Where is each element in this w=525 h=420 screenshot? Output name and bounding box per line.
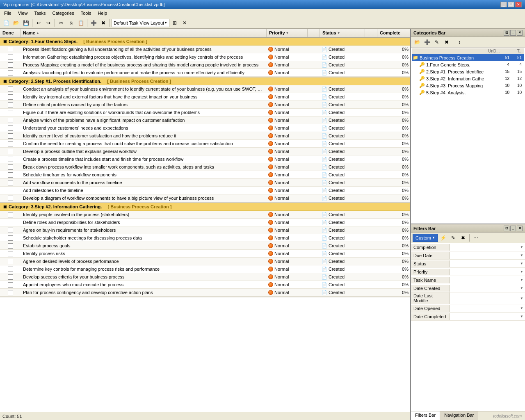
filter-close-btn[interactable]: ✕	[517, 226, 523, 231]
task-row[interactable]: Confirm the need for creating a process …	[0, 140, 410, 148]
copy-btn[interactable]: ⎘	[66, 18, 75, 27]
task-checkbox[interactable]	[8, 110, 13, 115]
task-row[interactable]: Agree on buy-in requirements for stakeho…	[0, 226, 410, 234]
task-checkbox[interactable]	[8, 149, 13, 154]
task-checkbox[interactable]	[8, 133, 13, 139]
category-row[interactable]: ▣ Category: 2.Step #1. Process Identific…	[0, 78, 410, 85]
category-row[interactable]: ▣ Category: 1.Four Generic Steps. [ Busi…	[0, 38, 410, 46]
filter-value-cell[interactable]: ▼	[450, 306, 525, 311]
undo-btn[interactable]: ↩	[34, 18, 43, 27]
tree-item[interactable]: 🔑 5.Step #4. Analysis. 10 10	[412, 89, 524, 96]
filter-value-cell[interactable]: ▼	[450, 314, 525, 319]
task-checkbox[interactable]	[8, 251, 13, 256]
filter-more-btn[interactable]: ⋯	[471, 233, 480, 242]
tree-item[interactable]: 🔑 2.Step #1. Process Identifice 15 15	[412, 68, 524, 75]
task-checkbox[interactable]	[8, 290, 13, 295]
task-checkbox[interactable]	[8, 212, 13, 217]
task-checkbox[interactable]	[8, 220, 13, 225]
filter-dropdown-arrow[interactable]: ▼	[520, 315, 523, 318]
col-status[interactable]: Status ▼	[320, 29, 365, 37]
panel-restore-btn[interactable]: ⊡	[504, 30, 509, 36]
filter-dropdown-arrow[interactable]: ▼	[520, 245, 523, 249]
task-row[interactable]: Schedule stakeholder meetings for discus…	[0, 234, 410, 242]
tree-item[interactable]: 🔑 3.Step #2. Information Gathe 12 12	[412, 75, 524, 82]
menu-tasks[interactable]: Tasks	[32, 10, 48, 16]
task-checkbox[interactable]	[8, 282, 13, 288]
filter-delete-btn[interactable]: ✖	[459, 233, 468, 242]
task-row[interactable]: Define roles and responsibilities for st…	[0, 219, 410, 226]
task-row[interactable]: Develop success criteria for your busine…	[0, 273, 410, 281]
filter-dropdown-arrow[interactable]: ▼	[520, 278, 523, 282]
task-row[interactable]: Appoint employees who must execute the p…	[0, 281, 410, 289]
filter-value-cell[interactable]: ▼	[450, 269, 525, 274]
task-checkbox[interactable]	[8, 180, 13, 185]
filter-value-cell[interactable]: ▼	[450, 261, 525, 266]
filter-apply-btn[interactable]: ⚡	[439, 233, 448, 242]
layout-btn1[interactable]: ⊞	[170, 18, 179, 27]
task-checkbox[interactable]	[8, 164, 13, 170]
filter-dropdown-arrow[interactable]: ▼	[520, 297, 523, 300]
task-row[interactable]: Analysis: launching pilot test to evalua…	[0, 69, 410, 77]
task-row[interactable]: Schedule timeframes for workflow compone…	[0, 171, 410, 179]
paste-btn[interactable]: 📋	[76, 18, 85, 27]
filter-dropdown-arrow[interactable]: ▼	[520, 253, 523, 257]
task-checkbox[interactable]	[8, 228, 13, 233]
filter-value-cell[interactable]: ▼	[450, 277, 525, 283]
task-checkbox[interactable]	[8, 172, 13, 178]
save-btn[interactable]: 💾	[21, 18, 30, 27]
task-row[interactable]: Develop a diagram of workflow components…	[0, 194, 410, 202]
delete-btn[interactable]: ✖	[99, 18, 108, 27]
task-checkbox[interactable]	[8, 243, 13, 249]
task-row[interactable]: Analyze which of the problems have a sig…	[0, 116, 410, 124]
cut-btn[interactable]: ✂	[57, 18, 66, 27]
minimize-button[interactable]: _	[500, 2, 507, 7]
filter-value-cell[interactable]: ▼	[450, 285, 525, 291]
menu-help[interactable]: Help	[95, 10, 110, 16]
task-row[interactable]: Process Identification: gaining a full u…	[0, 46, 410, 53]
close-button[interactable]: ✕	[515, 2, 522, 7]
tree-item[interactable]: 🔑 4.Step #3. Process Mapping 10 10	[412, 82, 524, 89]
task-row[interactable]: Develop a process outline that explains …	[0, 148, 410, 155]
task-checkbox[interactable]	[8, 188, 13, 193]
cat-edit-btn[interactable]: ✎	[432, 38, 441, 47]
filter-value-cell[interactable]: ▼	[450, 296, 525, 301]
tree-item[interactable]: 📁 Business Process Creation 51 51	[412, 54, 524, 61]
cat-add-btn[interactable]: ➕	[422, 38, 431, 47]
task-row[interactable]: Figure out if there are existing solutio…	[0, 109, 410, 116]
filter-restore-btn[interactable]: ⊡	[504, 226, 509, 231]
filter-value-cell[interactable]: ▼	[450, 253, 525, 258]
task-row[interactable]: Establish process goals Normal 📄 Created…	[0, 242, 410, 250]
task-row[interactable]: Identify key internal and external facto…	[0, 93, 410, 101]
cat-expand-btn[interactable]: 📂	[413, 38, 422, 47]
task-row[interactable]: Identify people involved in the process …	[0, 211, 410, 219]
task-checkbox[interactable]	[8, 94, 13, 100]
task-row[interactable]: Identify current level of customer satis…	[0, 132, 410, 140]
task-checkbox[interactable]	[8, 235, 13, 241]
task-checkbox[interactable]	[8, 126, 13, 131]
task-row[interactable]: Understand your customers' needs and exp…	[0, 124, 410, 132]
restore-button[interactable]: ❐	[508, 2, 514, 7]
category-row[interactable]: ▣ Category: 3.Step #2. Information Gathe…	[0, 203, 410, 211]
task-row[interactable]: Create a process timeline that includes …	[0, 155, 410, 163]
task-row[interactable]: Information Gathering: establishing proc…	[0, 53, 410, 61]
menu-tools[interactable]: Tools	[78, 10, 94, 16]
cat-delete-btn[interactable]: ✖	[442, 38, 451, 47]
task-row[interactable]: Break down process workflow into smaller…	[0, 163, 410, 171]
panel-minimize-btn[interactable]: _	[510, 30, 516, 36]
layout-dropdown[interactable]: Default Task View Layout ▼	[112, 19, 169, 27]
task-row[interactable]: Plan for process contingency and develop…	[0, 289, 410, 297]
task-row[interactable]: Conduct an analysis of your business env…	[0, 85, 410, 93]
menu-file[interactable]: File	[2, 10, 14, 16]
task-checkbox[interactable]	[8, 196, 13, 201]
col-priority[interactable]: Priority ▼	[267, 29, 308, 37]
task-checkbox[interactable]	[8, 102, 13, 107]
filter-dropdown-arrow[interactable]: ▼	[520, 262, 523, 265]
task-checkbox[interactable]	[8, 267, 13, 272]
col-name[interactable]: Name ▲	[21, 29, 267, 37]
filter-minimize-btn[interactable]: _	[510, 226, 516, 231]
filter-dropdown-arrow[interactable]: ▼	[520, 306, 523, 310]
filter-dropdown-arrow[interactable]: ▼	[520, 270, 523, 274]
task-row[interactable]: Determine key controls for managing proc…	[0, 265, 410, 273]
menu-view[interactable]: View	[16, 10, 30, 16]
task-checkbox[interactable]	[8, 55, 13, 60]
